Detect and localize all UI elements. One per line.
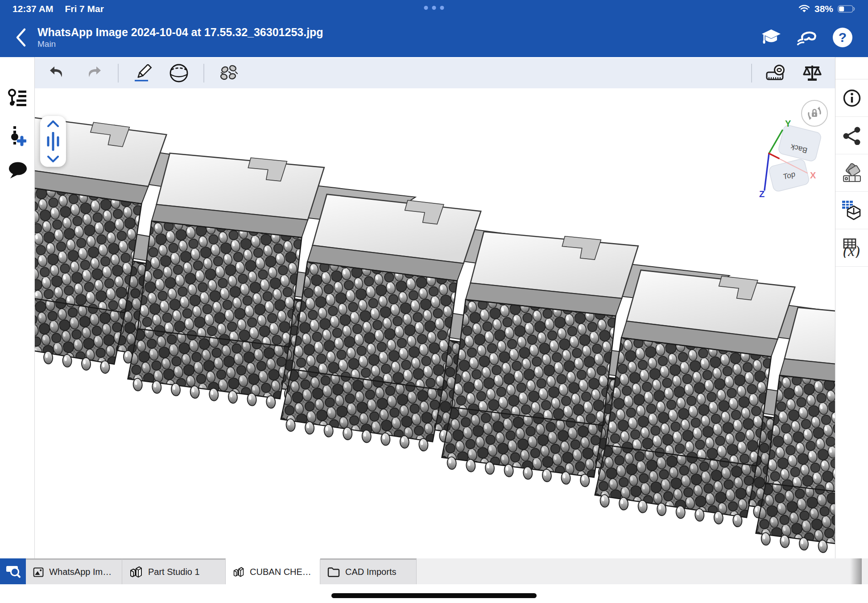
tab-label: CUBAN CHENE...: [250, 567, 313, 577]
chevron-up-icon[interactable]: [47, 120, 59, 127]
redo-button[interactable]: [82, 63, 104, 83]
tab-whatsapp-image[interactable]: WhatsApp Image...: [26, 558, 122, 584]
info-icon: [843, 89, 861, 107]
cuban-chain-model[interactable]: [35, 88, 835, 558]
view-cube[interactable]: Back Top Y Z X: [754, 114, 834, 199]
sphere-button[interactable]: [168, 63, 190, 83]
toolbar-separator: [203, 64, 204, 83]
tab-label: WhatsApp Image...: [49, 567, 115, 577]
insert-feature-button[interactable]: [5, 124, 29, 148]
dot: [432, 6, 436, 10]
home-indicator[interactable]: [331, 593, 537, 598]
workspace-name[interactable]: Main: [37, 39, 323, 50]
status-date: Fri 7 Mar: [65, 4, 104, 14]
part-studio-icon: [233, 566, 244, 578]
balance-scale-icon: [802, 64, 822, 83]
document-header: WhatsApp Image 2024-10-04 at 17.55.32_36…: [0, 18, 868, 57]
toolbar-separator: [118, 64, 119, 83]
help-button[interactable]: ?: [832, 27, 853, 48]
right-sidebar: (x): [835, 57, 868, 558]
sphere-icon: [169, 63, 189, 83]
svg-text:?: ?: [839, 30, 847, 45]
tab-part-studio-1[interactable]: Part Studio 1: [122, 558, 226, 584]
variables-button[interactable]: (x): [835, 229, 868, 267]
tab-label: Part Studio 1: [148, 567, 200, 577]
configurations-button[interactable]: [835, 192, 868, 229]
share-icon: [843, 126, 861, 145]
redo-icon: [84, 66, 102, 81]
feature-list-icon: [8, 89, 27, 107]
share-button[interactable]: [835, 117, 868, 154]
dot: [440, 6, 444, 10]
rollback-bar-handle[interactable]: [40, 116, 66, 167]
appearance-button[interactable]: [835, 154, 868, 192]
tab-cuban-chain[interactable]: CUBAN CHENE...: [226, 558, 320, 584]
info-button[interactable]: [835, 79, 868, 117]
undo-button[interactable]: [46, 63, 69, 83]
folder-icon: [327, 567, 340, 578]
axis-y-label: Y: [785, 119, 791, 128]
dot: [424, 6, 428, 10]
axis-x-label: X: [810, 170, 816, 180]
bottom-strip: [0, 584, 868, 603]
status-bar: 12:37 AM Fri 7 Mar 38%: [0, 0, 868, 18]
search-document-icon: [5, 564, 21, 579]
configuration-icon: [841, 200, 863, 221]
back-button[interactable]: [9, 24, 32, 51]
tab-cad-imports[interactable]: CAD Imports: [320, 558, 417, 584]
toolbar-separator: [751, 64, 752, 83]
insert-feature-icon: [8, 126, 26, 146]
left-sidebar: [0, 57, 35, 558]
multitask-dots[interactable]: [424, 6, 444, 10]
battery-icon: [838, 4, 856, 13]
sketch-button[interactable]: [132, 63, 154, 83]
comment-button[interactable]: [5, 158, 29, 182]
undo-icon: [49, 66, 66, 81]
chevron-down-icon[interactable]: [47, 156, 59, 162]
back-icon: [15, 28, 26, 47]
parts-button[interactable]: [218, 63, 240, 83]
feature-slider-icon: [45, 132, 61, 151]
model-viewport[interactable]: Back Top Y Z X: [35, 88, 835, 558]
sketch-pencil-icon: [134, 64, 153, 82]
stylus-connection-button[interactable]: [797, 27, 817, 48]
status-time: 12:37 AM: [12, 4, 53, 14]
image-icon: [33, 566, 44, 578]
axis-z-label: Z: [759, 189, 765, 199]
parts-icon: [219, 64, 239, 83]
document-title: WhatsApp Image 2024-10-04 at 17.55.32_36…: [37, 25, 323, 39]
document-tab-bar: WhatsApp Image... Part Studio 1: [0, 558, 868, 584]
mass-properties-button[interactable]: [801, 63, 823, 83]
comment-icon: [8, 161, 27, 179]
onshape-ipad-app: 12:37 AM Fri 7 Mar 38%: [0, 0, 868, 603]
learning-center-button[interactable]: [761, 27, 781, 48]
right-sidebar-spacer: [835, 57, 868, 79]
battery-percent: 38%: [814, 4, 833, 14]
graduation-cap-icon: [761, 29, 781, 46]
tape-measure-icon: [766, 64, 787, 82]
tab-label: CAD Imports: [345, 567, 396, 577]
ar-signal-icon: [797, 28, 817, 47]
appearance-swatches-icon: [842, 163, 862, 183]
search-tabs-button[interactable]: [0, 558, 26, 584]
help-icon: ?: [832, 27, 853, 48]
measure-button[interactable]: [765, 63, 788, 83]
canvas-toolbar: [35, 57, 835, 88]
svg-text:(x): (x): [843, 243, 860, 258]
part-studio-icon: [129, 566, 143, 578]
feature-list-button[interactable]: [5, 86, 29, 110]
wifi-icon: [798, 4, 810, 13]
variables-table-icon: (x): [841, 238, 863, 258]
